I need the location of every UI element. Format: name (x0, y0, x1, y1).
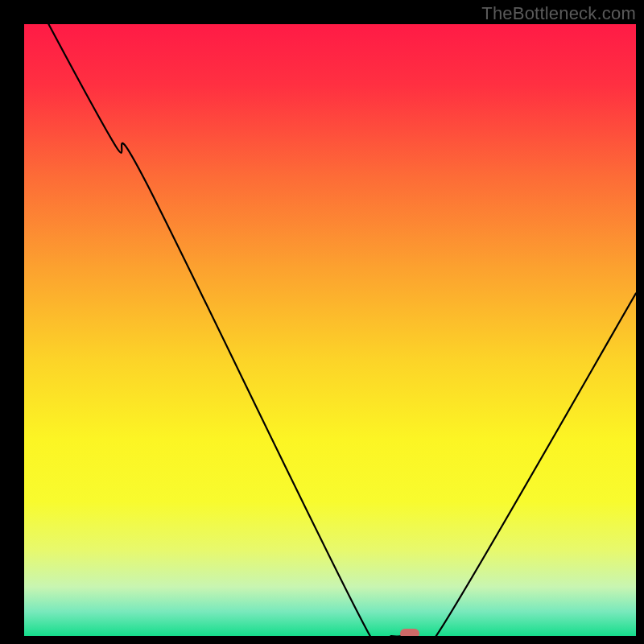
watermark-text: TheBottleneck.com (481, 3, 636, 24)
curve-layer (24, 24, 636, 636)
plot-area (24, 24, 636, 636)
bottleneck-curve (24, 24, 636, 636)
optimal-marker (400, 629, 419, 636)
chart-container: TheBottleneck.com (0, 0, 644, 644)
